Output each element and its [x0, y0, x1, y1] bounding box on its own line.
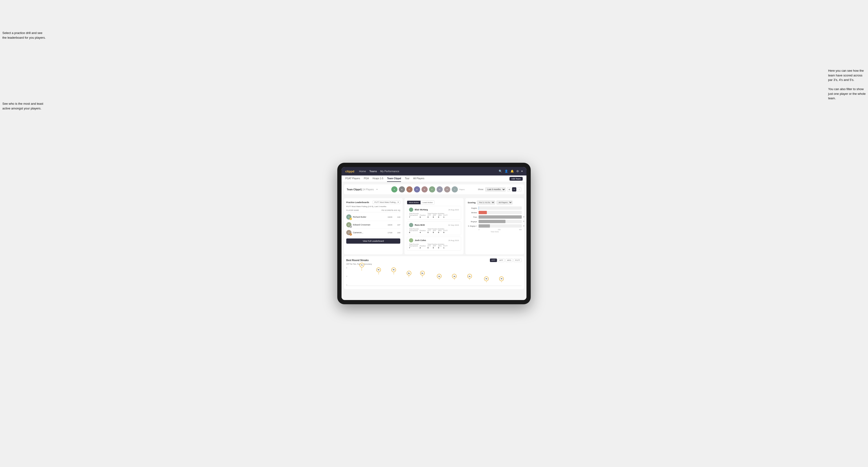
subnav-team-clippd[interactable]: Team Clippd [387, 176, 401, 182]
scoring-title: Scoring [468, 201, 476, 204]
streaks-arg-btn[interactable]: ARG [505, 258, 513, 262]
settings-icon[interactable]: ⚙ [516, 169, 519, 173]
streak-pin: 6x [391, 268, 396, 275]
streaks-line-area: 7x 6x 6x 5x [353, 267, 522, 286]
streak-pin: 6x [376, 268, 381, 275]
player-row: Josh Coles 26 Aug 2023 [409, 238, 459, 243]
avatar [409, 208, 413, 212]
subnav-pga[interactable]: PGA [364, 176, 369, 182]
player-avg: 110 [394, 216, 400, 218]
x-label: 0 [478, 229, 479, 230]
streak-pin-line [422, 276, 423, 277]
player-score: 18/20 [385, 224, 392, 226]
scoring-header: Scoring Par 3, 4 & 5s All Players [468, 200, 522, 205]
player-score: 19/20 [385, 216, 392, 218]
most-active-button[interactable]: Most Active [407, 201, 421, 204]
nav-links: Home Teams My Performance [359, 170, 499, 173]
streak-pin: 3x [499, 276, 504, 282]
avatar: C [406, 186, 412, 192]
streak-pin: 3x [484, 276, 489, 282]
bell-icon[interactable]: 🔔 [510, 169, 514, 173]
view-full-leaderboard-button[interactable]: View Full Leaderboard [346, 239, 400, 244]
chart-x-title: Total Shots [468, 231, 522, 232]
streaks-putt-btn[interactable]: PUTT [514, 258, 522, 262]
streaks-app-btn[interactable]: APP [498, 258, 505, 262]
streak-pin-line [394, 272, 394, 275]
leaderboard-table-header: PLAYER NAME PB SCORE PB AVG SQ [346, 210, 400, 212]
avatar-icon[interactable]: ▾ [521, 169, 523, 173]
subnav-pgat[interactable]: PGAT Players [345, 176, 360, 182]
nav-link-home[interactable]: Home [359, 170, 366, 173]
active-player-card: Rees Britt 02 Sep 2023 Total Rounds Tour… [407, 221, 461, 235]
list-view-btn[interactable]: ≡ [512, 187, 516, 191]
subnav-hcaps[interactable]: Hcaps 1-5 [373, 176, 383, 182]
bar-track: 311 [478, 220, 522, 223]
subnav-all-players[interactable]: All Players [413, 176, 424, 182]
bar-label: D. Bogeys + [468, 225, 477, 227]
annotation-bottom-left: See who is the most and leastactive amon… [2, 101, 43, 111]
person-icon[interactable]: 👤 [504, 169, 508, 173]
avatar: C 3 [346, 230, 351, 235]
bar-track: 96 [478, 211, 522, 214]
streaks-chart: 6 4 2 7x [346, 267, 522, 286]
streak-pin: 5x [420, 271, 425, 277]
active-header: Most Active Least Active [407, 200, 461, 205]
nav-link-teams[interactable]: Teams [369, 170, 377, 173]
streak-pin: 4x [437, 274, 441, 280]
bar-row-eagles: Eagles 3 [468, 206, 522, 210]
stat-practice-activities: Total Practice Activities OTT0 APP0 ARG0… [428, 213, 448, 218]
bar-row-bogeys: Bogeys 311 [468, 220, 522, 223]
scoring-par-filter[interactable]: Par 3, 4 & 5s [477, 200, 495, 205]
least-active-button[interactable]: Least Active [421, 201, 434, 204]
streak-pin: 4x [452, 274, 457, 280]
bar-label: Pars [468, 216, 477, 218]
toggle-buttons: Most Active Least Active [407, 200, 435, 205]
streak-pin-label: 3x [499, 276, 504, 281]
streak-pin-label: 6x [391, 268, 396, 272]
streak-pin-label: 5x [407, 271, 411, 276]
streak-pin: 5x [407, 271, 411, 277]
subnav-tour[interactable]: Tour [405, 176, 409, 182]
bar-track: 3 [478, 206, 522, 210]
avatar: A [391, 186, 398, 192]
streak-pin: 7x [360, 263, 364, 271]
leaderboard-subtitle: PUTT Must Make Putting (3-6 ft), Last 3 … [346, 206, 400, 208]
stat-practice-activities: Total Practice Activities OTT0 APP0 ARG0… [428, 228, 448, 234]
streak-pin-line [409, 276, 409, 277]
grid-view-btn[interactable]: ⊞ [507, 187, 512, 191]
avatar: I [452, 186, 458, 192]
edit-icon[interactable]: ✏ [376, 188, 378, 191]
streak-pin-line [469, 279, 470, 280]
bar-chart: Eagles 3 Birdies 96 [468, 206, 522, 228]
add-team-button[interactable]: Add Team [509, 177, 523, 181]
avatar [409, 223, 413, 227]
navbar: clippd Home Teams My Performance 🔍 👤 🔔 ⚙… [342, 167, 526, 176]
detail-view-btn[interactable]: ↕ [517, 187, 521, 191]
nav-logo: clippd [345, 169, 354, 173]
player-stats: Total Rounds Tournament8 Practice4 Total… [409, 228, 459, 234]
team-players-row: A B C D E F G H I Players [380, 186, 475, 192]
streak-pin: 4x [467, 274, 472, 280]
bar-value: 131 [523, 225, 524, 227]
avatar: E [422, 186, 428, 192]
bar-label: Birdies [468, 212, 477, 214]
scoring-player-filter[interactable]: All Players [497, 200, 513, 205]
annotation-top-left: Select a practice drill and seethe leade… [2, 31, 46, 40]
leaderboard-filter[interactable]: PUTT Must Make Putting... ▾ [373, 200, 400, 204]
search-icon[interactable]: 🔍 [499, 169, 502, 173]
nav-link-performance[interactable]: My Performance [380, 170, 399, 173]
player-count: 14 Players [363, 188, 374, 191]
streaks-ott-btn[interactable]: OTT [490, 258, 497, 262]
streaks-title: Best Round Streaks [346, 259, 369, 261]
avatar [409, 238, 413, 243]
player-row: Rees Britt 02 Sep 2023 [409, 223, 459, 227]
x-label: 400 [519, 229, 522, 230]
streaks-header: Best Round Streaks OTT APP ARG PUTT [346, 258, 522, 262]
rank-badge: 3 [349, 233, 352, 236]
player-name: Edward Crossman [353, 224, 384, 226]
bar-fill [478, 211, 487, 214]
player-row: Blair McHarg 26 Aug 2023 [409, 208, 459, 212]
subnav: PGAT Players PGA Hcaps 1-5 Team Clippd T… [342, 176, 526, 182]
show-select[interactable]: Last 3 months [485, 187, 506, 191]
active-player-card: Blair McHarg 26 Aug 2023 Total Rounds To… [407, 206, 461, 220]
